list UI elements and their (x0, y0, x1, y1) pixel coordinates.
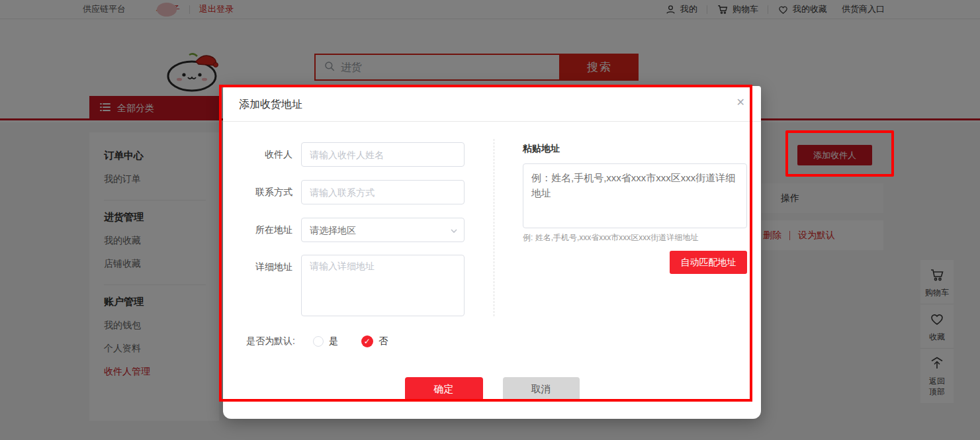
add-address-modal: 添加收货地址 ✕ 收件人 联系方式 所在地址 详细地址 粘贴地址 例: 姓名,手… (223, 86, 761, 419)
radio-default-yes[interactable]: 是 (313, 335, 338, 347)
region-select-input[interactable] (301, 218, 465, 242)
radio-checked-icon: ✓ (361, 335, 373, 347)
paste-address-textarea[interactable] (523, 163, 747, 228)
contact-input[interactable] (301, 180, 465, 204)
cancel-button[interactable]: 取消 (503, 377, 580, 401)
column-divider (494, 139, 494, 316)
auto-match-address-button[interactable]: 自动匹配地址 (670, 251, 747, 274)
detail-address-textarea[interactable] (301, 255, 465, 316)
recipient-label: 收件人 (238, 142, 292, 167)
default-radio-row: 是否为默认: 是 ✓ 否 (246, 335, 388, 347)
close-icon[interactable]: ✕ (736, 97, 745, 108)
paste-address-hint: 例: 姓名,手机号,xxx省xxx市xxx区xxx街道详细地址 (523, 232, 698, 243)
modal-footer: 确定 取消 (223, 377, 761, 401)
region-select[interactable] (301, 218, 465, 242)
detail-address-label: 详细地址 (238, 255, 292, 279)
radio-unchecked-icon (313, 336, 324, 347)
region-label: 所在地址 (238, 218, 292, 242)
modal-header: 添加收货地址 ✕ (223, 86, 761, 122)
contact-label: 联系方式 (238, 180, 292, 204)
modal-title: 添加收货地址 (239, 98, 302, 112)
confirm-button[interactable]: 确定 (405, 377, 483, 401)
paste-address-label: 粘贴地址 (523, 143, 560, 155)
recipient-input[interactable] (301, 142, 465, 167)
is-default-label: 是否为默认: (246, 335, 295, 347)
radio-default-no[interactable]: ✓ 否 (361, 335, 388, 347)
